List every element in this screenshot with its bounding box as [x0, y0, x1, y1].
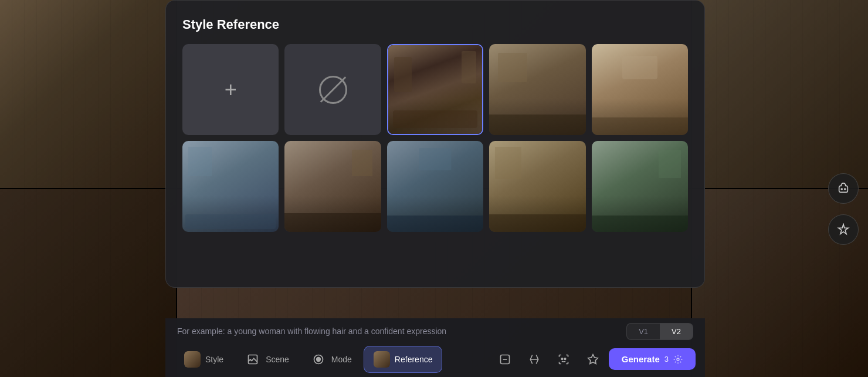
style-thumb-image [184, 351, 201, 368]
plus-icon: + [218, 77, 243, 103]
sparkle-icon [837, 223, 850, 236]
room-preview-6 [387, 141, 483, 232]
style-image-7[interactable] [489, 141, 585, 232]
face-scan-icon [558, 354, 569, 365]
tab-reference[interactable]: Reference [364, 346, 443, 373]
tab-mode-label: Mode [331, 355, 352, 364]
assistant-icon [837, 182, 850, 195]
style-image-4[interactable] [182, 141, 279, 232]
generate-settings-icon [673, 355, 683, 364]
prompt-row: For example: a young woman with flowing … [175, 323, 696, 340]
prompt-placeholder: For example: a young woman with flowing … [177, 326, 626, 336]
version-toggle: V1 V2 [626, 323, 693, 340]
room-preview-8 [592, 141, 688, 232]
mode-icon [313, 354, 324, 365]
tab-scene[interactable]: Scene [235, 346, 299, 372]
svg-point-9 [677, 358, 679, 361]
tab-mode[interactable]: Mode [301, 346, 361, 372]
svg-point-4 [316, 357, 320, 361]
scene-icon-wrapper [245, 351, 261, 368]
style-reference-modal: Style Reference + [165, 0, 705, 288]
style-image-2[interactable] [489, 44, 585, 135]
version-v1-button[interactable]: V1 [627, 324, 660, 339]
room-preview-4 [182, 141, 279, 232]
room-preview-7 [489, 141, 585, 232]
star-icon [587, 354, 599, 365]
tab-style-label: Style [205, 355, 223, 364]
assistant-button-2[interactable] [828, 214, 859, 245]
style-image-5[interactable] [284, 141, 381, 232]
room-preview-1 [388, 45, 482, 134]
modal-title: Style Reference [182, 17, 688, 32]
room-preview-3 [592, 44, 688, 135]
style-image-6[interactable] [387, 141, 483, 232]
bottom-toolbar: For example: a young woman with flowing … [165, 318, 705, 377]
style-image-8[interactable] [592, 141, 688, 232]
face-button[interactable] [551, 347, 576, 372]
generate-button[interactable]: Generate 3 [609, 348, 696, 370]
svg-point-8 [564, 358, 566, 359]
reference-thumb [374, 351, 390, 368]
svg-point-0 [841, 188, 842, 190]
no-style-icon [319, 76, 347, 104]
favorite-button[interactable] [581, 347, 605, 372]
version-v2-button[interactable]: V2 [660, 324, 693, 339]
compare-icon [528, 354, 540, 365]
toolbar-tabs-row: Style Scene Mode [175, 346, 696, 373]
image-grid: + [182, 44, 688, 232]
style-image-1[interactable] [387, 44, 483, 135]
scene-icon [247, 354, 259, 365]
tab-style[interactable]: Style [175, 346, 233, 372]
compare-button[interactable] [522, 347, 547, 372]
style-image-3[interactable] [592, 44, 688, 135]
remove-button[interactable] [493, 347, 517, 372]
bg-room-4 [0, 189, 176, 377]
minus-square-icon [499, 354, 511, 365]
generate-count: 3 [664, 355, 669, 363]
room-preview-2 [489, 44, 585, 135]
bg-room-1 [0, 0, 176, 188]
svg-point-1 [845, 188, 846, 190]
style-thumb [184, 351, 201, 368]
generate-label: Generate [622, 354, 660, 364]
tab-scene-label: Scene [266, 355, 289, 364]
no-style-button[interactable] [284, 44, 381, 135]
add-image-button[interactable]: + [182, 44, 279, 135]
mode-icon-wrapper [310, 351, 327, 368]
tab-reference-label: Reference [395, 355, 433, 364]
svg-point-7 [561, 358, 563, 359]
room-preview-5 [284, 141, 381, 232]
assistant-button[interactable] [828, 173, 859, 204]
bg-room-3 [692, 0, 868, 188]
